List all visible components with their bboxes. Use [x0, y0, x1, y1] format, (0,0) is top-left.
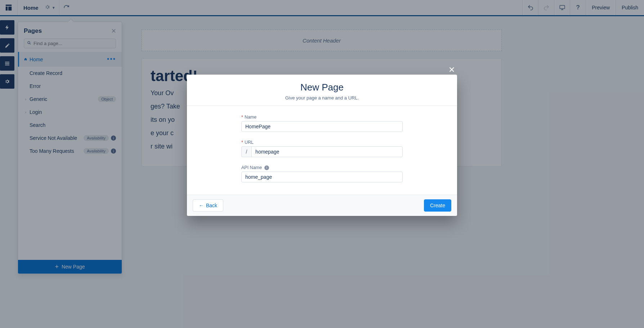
create-button[interactable]: Create	[424, 199, 451, 212]
api-name-field-label: API Name i	[241, 165, 403, 170]
new-page-modal: ✕ New Page Give your page a name and a U…	[187, 75, 457, 216]
url-input[interactable]	[251, 146, 403, 157]
back-button[interactable]: ← Back	[193, 199, 223, 212]
info-icon[interactable]: i	[264, 165, 269, 170]
modal-title: New Page	[196, 82, 448, 93]
modal-subtitle: Give your page a name and a URL.	[196, 95, 448, 101]
api-name-input[interactable]	[241, 172, 403, 182]
arrow-left-icon: ←	[199, 203, 204, 208]
url-field-label: * URL	[241, 140, 403, 145]
modal-close-icon[interactable]: ✕	[448, 65, 455, 75]
name-field-label: * Name	[241, 115, 403, 120]
name-input[interactable]	[241, 121, 403, 132]
url-prefix: /	[241, 146, 251, 157]
